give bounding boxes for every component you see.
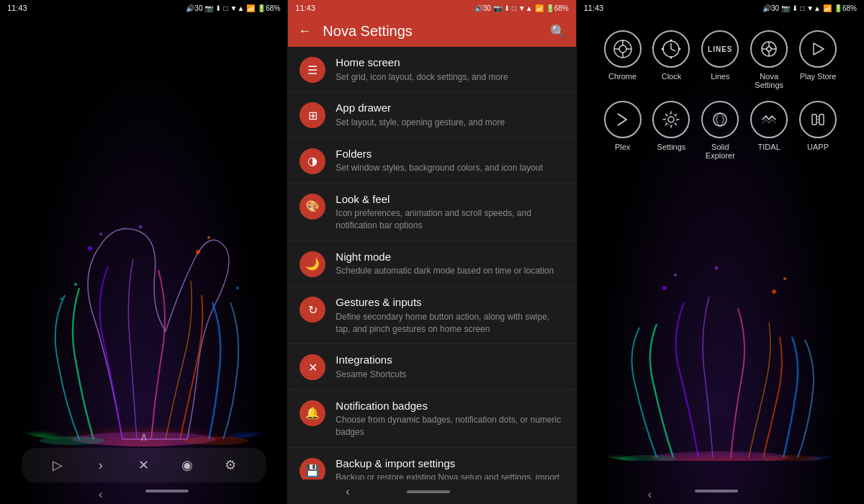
- settings-icon-badges: 🔔: [300, 400, 325, 426]
- app-item-playstore[interactable]: Play Store: [793, 30, 842, 89]
- settings-desc-folders: Set window styles, background colors, an…: [336, 162, 564, 174]
- back-icon[interactable]: ←: [298, 24, 311, 39]
- app-item-lines[interactable]: LINES Lines: [696, 30, 744, 89]
- settings-label-lookfeel: Look & feel: [336, 192, 564, 207]
- svg-point-18: [674, 274, 677, 276]
- settings-item-lookfeel[interactable]: 🎨 Look & feel Icon preferences, animatio…: [288, 184, 575, 241]
- settings-item-folders[interactable]: ◑ Folders Set window styles, background …: [288, 138, 575, 184]
- dock-icon-tidal[interactable]: ✕: [132, 454, 156, 477]
- settings-item-appdrawer[interactable]: ⊞ App drawer Set layout, style, opening …: [288, 92, 575, 138]
- settings-desc-badges: Choose from dynamic badges, notification…: [336, 414, 564, 438]
- status-bar: 11:43 🔊30 📷 ⬇ □ ▼▲ 📶 🔋68%: [0, 0, 287, 16]
- settings-item-home[interactable]: ☰ Home screen Set grid, icon layout, doc…: [288, 47, 575, 92]
- settings-icon-folders: ◑: [300, 148, 325, 174]
- dock-icon-solid[interactable]: ◉: [176, 454, 199, 477]
- drawer-splash: [598, 259, 842, 461]
- clock-icon: [652, 30, 690, 68]
- app-label-chrome: Chrome: [608, 72, 636, 81]
- settings-icon-nightmode: 🌙: [300, 251, 325, 277]
- svg-point-26: [619, 45, 626, 53]
- settings-icon-lookfeel: 🎨: [300, 194, 325, 220]
- settings-label-nightmode: Night mode: [336, 250, 564, 264]
- svg-point-36: [662, 48, 664, 50]
- app-label-playstore: Play Store: [800, 72, 837, 81]
- settings-text-home: Home screen Set grid, icon layout, dock …: [336, 55, 564, 83]
- app-item-tidal[interactable]: TIDAL: [744, 101, 793, 160]
- settings-desc-backup: Backup or restore existing Nova setup an…: [336, 472, 564, 480]
- settings-icon-integrations: ✕: [300, 354, 325, 380]
- app-item-nova[interactable]: Nova Settings: [744, 30, 793, 89]
- settings-text-folders: Folders Set window styles, background co…: [336, 147, 564, 174]
- dock-icon-play[interactable]: ▷: [46, 454, 69, 477]
- settings-list: ☰ Home screen Set grid, icon layout, doc…: [288, 47, 575, 480]
- app-label-plex: Plex: [615, 143, 630, 151]
- svg-point-7: [138, 225, 142, 229]
- settings-icon-home: ☰: [300, 57, 325, 83]
- settings-label-home: Home screen: [336, 55, 564, 70]
- playstore-icon: [799, 30, 837, 68]
- app-item-settings[interactable]: Settings: [647, 101, 696, 160]
- svg-rect-49: [819, 114, 824, 125]
- svg-point-35: [670, 57, 672, 59]
- wallpaper-splash: [22, 216, 266, 446]
- svg-point-8: [74, 283, 77, 286]
- settings-desc-gestures: Define secondary home button action, alo…: [336, 311, 564, 336]
- status-icons: 🔊30 📷 ⬇ □ ▼▲ 📶 🔋68%: [186, 4, 280, 12]
- tidal-icon: [750, 101, 788, 138]
- lines-text: LINES: [708, 45, 732, 53]
- dock-icon-plex[interactable]: ›: [89, 454, 112, 477]
- search-icon[interactable]: 🔍: [550, 24, 566, 40]
- settings-desc-appdrawer: Set layout, style, opening gesture, and …: [336, 117, 564, 129]
- settings-item-nightmode[interactable]: 🌙 Night mode Schedule automatic dark mod…: [288, 241, 575, 287]
- app-item-solidexplorer[interactable]: Solid Explorer: [696, 101, 744, 160]
- solidexplorer-icon: [701, 101, 739, 138]
- dock-icon-settings[interactable]: ⚙: [219, 454, 242, 477]
- drawer-status-icons: 🔊30 📷 ⬇ □ ▼▲ 📶 🔋68%: [762, 4, 857, 12]
- svg-line-33: [671, 49, 675, 51]
- app-item-plex[interactable]: Plex: [598, 101, 647, 160]
- dock-area: ∧ ▷ › ✕ ◉ ⚙: [0, 430, 287, 482]
- nav-back-button[interactable]: ‹: [99, 488, 102, 501]
- svg-point-5: [196, 250, 200, 254]
- nova-nav-bar: ‹: [288, 480, 575, 504]
- nova-icon: [750, 30, 788, 68]
- svg-point-47: [714, 113, 726, 126]
- svg-point-10: [236, 287, 239, 289]
- settings-text-gestures: Gestures & inputs Define secondary home …: [336, 295, 564, 335]
- settings-icon-appdrawer: ⊞: [300, 102, 325, 128]
- drawer-nav-back[interactable]: ‹: [648, 488, 652, 501]
- uapp-icon: [799, 101, 837, 138]
- settings-label-appdrawer: App drawer: [336, 101, 564, 115]
- status-time: 11:43: [7, 4, 27, 12]
- nova-settings-title: Nova Settings: [323, 23, 538, 40]
- settings-desc-lookfeel: Icon preferences, animation and scroll s…: [336, 207, 564, 232]
- settings-desc-nightmode: Schedule automatic dark mode based on ti…: [336, 265, 564, 277]
- settings-item-backup[interactable]: 💾 Backup & import settings Backup or res…: [288, 448, 575, 480]
- settings-text-nightmode: Night mode Schedule automatic dark mode …: [336, 250, 564, 277]
- plex-icon: [604, 101, 642, 138]
- settings-text-appdrawer: App drawer Set layout, style, opening ge…: [336, 101, 564, 128]
- settings-label-folders: Folders: [336, 147, 564, 161]
- svg-point-3: [88, 246, 92, 251]
- app-item-clock[interactable]: Clock: [647, 30, 696, 89]
- chrome-icon: [604, 30, 642, 68]
- settings-icon-gestures: ↻: [300, 297, 325, 323]
- app-label-solidexplorer: Solid Explorer: [696, 143, 744, 160]
- settings-item-badges[interactable]: 🔔 Notification badges Choose from dynami…: [288, 390, 575, 448]
- drawer-nav-pill: [695, 490, 738, 492]
- settings-item-integrations[interactable]: ✕ Integrations Sesame Shortcuts: [288, 344, 575, 390]
- lines-icon: LINES: [701, 30, 739, 68]
- svg-rect-48: [812, 114, 816, 125]
- svg-point-6: [207, 236, 210, 239]
- svg-point-9: [60, 298, 62, 300]
- svg-marker-44: [814, 43, 824, 55]
- nova-status-time: 11:43: [295, 4, 315, 12]
- nova-nav-back[interactable]: ‹: [346, 485, 349, 498]
- settings-item-gestures[interactable]: ↻ Gestures & inputs Define secondary hom…: [288, 287, 575, 344]
- settings-text-integrations: Integrations Sesame Shortcuts: [336, 353, 564, 380]
- drawer-nav-bar: ‹: [577, 488, 864, 501]
- svg-point-45: [668, 117, 674, 122]
- nova-settings-panel: 11:43 🔊30 📷 ⬇ □ ▼▲ 📶 🔋68% ← Nova Setting…: [287, 0, 575, 504]
- app-item-uapp[interactable]: UAPP: [793, 101, 842, 160]
- app-item-chrome[interactable]: Chrome: [598, 30, 647, 89]
